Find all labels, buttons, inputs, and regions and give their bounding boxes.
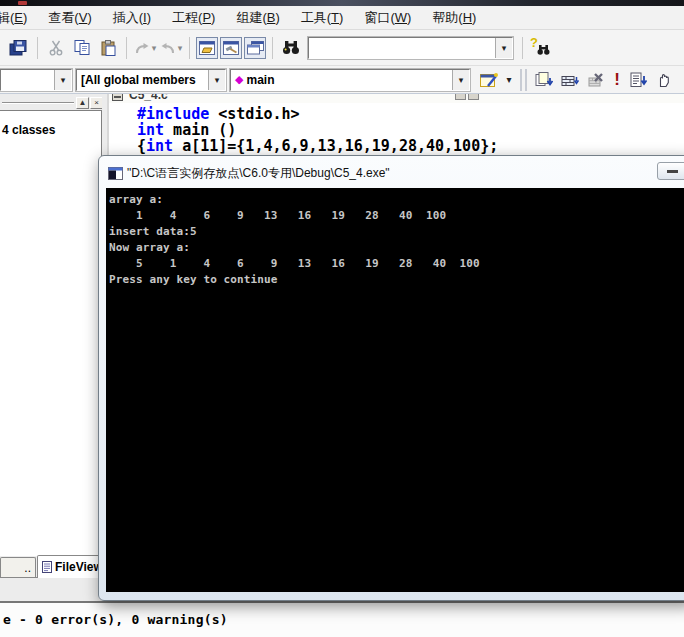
members-combobox[interactable]: [All global members ▾ bbox=[76, 69, 226, 91]
console-line: 1 4 6 9 13 16 19 28 40 100 bbox=[109, 208, 684, 224]
members-combobox-dropdown[interactable]: ▾ bbox=[208, 70, 225, 90]
dock-grip-handle[interactable] bbox=[2, 102, 74, 104]
classview-root-item[interactable]: 4 classes bbox=[2, 123, 55, 137]
function-diamond-icon: ◆ bbox=[235, 73, 243, 86]
workspace-toggle-button[interactable] bbox=[196, 37, 218, 59]
find-combobox-dropdown[interactable]: ▾ bbox=[495, 38, 512, 58]
search-button[interactable]: ? bbox=[528, 36, 554, 60]
editor-maximize-button[interactable] bbox=[468, 94, 479, 100]
redo-button[interactable]: ▾ bbox=[158, 36, 184, 60]
console-output: array a: 1 4 6 9 13 16 19 28 40 100 inse… bbox=[106, 188, 684, 288]
save-all-icon bbox=[9, 40, 29, 56]
output-hammer-icon bbox=[223, 41, 239, 55]
scissors-icon bbox=[49, 40, 63, 56]
copy-button[interactable] bbox=[69, 36, 95, 60]
window-menu-icon[interactable] bbox=[112, 94, 123, 101]
console-line: Now array a: bbox=[109, 240, 684, 256]
class-combobox-dropdown[interactable]: ▾ bbox=[54, 70, 71, 90]
menu-edit[interactable]: 辑(E) bbox=[0, 6, 34, 30]
stop-build-icon bbox=[587, 72, 605, 88]
chevron-down-icon: ▾ bbox=[502, 43, 507, 53]
tab-classview-partial[interactable]: .. bbox=[0, 557, 36, 578]
function-combobox-dropdown[interactable]: ▾ bbox=[452, 70, 469, 90]
console-line: insert data:5 bbox=[109, 224, 684, 240]
editor-caption-clipped[interactable]: C5_4.c bbox=[109, 94, 684, 103]
members-combobox-value: [All global members bbox=[77, 73, 208, 87]
function-combobox-value: main bbox=[246, 73, 452, 87]
undo-button[interactable]: ▾ bbox=[132, 36, 158, 60]
menu-project[interactable]: 工程(P) bbox=[165, 6, 222, 30]
breakpoint-button[interactable] bbox=[651, 68, 677, 92]
paste-icon bbox=[101, 40, 116, 56]
toolbar-separator bbox=[522, 37, 523, 59]
editor-minimize-button[interactable] bbox=[455, 94, 466, 100]
code-line: #include <stdio.h> bbox=[137, 106, 684, 122]
toolbar-separator bbox=[189, 37, 190, 59]
compile-icon bbox=[535, 72, 553, 88]
output-toggle-button[interactable] bbox=[220, 37, 242, 59]
redo-dropdown-arrow[interactable]: ▾ bbox=[178, 43, 183, 53]
console-client-area: array a: 1 4 6 9 13 16 19 28 40 100 inse… bbox=[106, 188, 684, 592]
menu-view[interactable]: 查看(V) bbox=[41, 6, 98, 30]
wizard-build-toolbar: ▾ [All global members ▾ ◆ main ▾ ▾ bbox=[0, 66, 684, 94]
dock-pin-button[interactable]: ▲ bbox=[76, 97, 89, 109]
tab-label: FileView bbox=[55, 560, 103, 574]
menu-window[interactable]: 窗口(W) bbox=[357, 6, 418, 30]
menu-bar: 辑(E) 查看(V) 插入(I) 工程(P) 组建(B) 工具(T) 窗口(W)… bbox=[0, 6, 684, 30]
wizard-actions-button[interactable] bbox=[476, 68, 502, 92]
code-line: int main () bbox=[137, 122, 684, 138]
wizard-dropdown-button[interactable]: ▾ bbox=[502, 68, 516, 92]
console-line: array a: bbox=[109, 192, 684, 208]
redo-icon bbox=[160, 41, 176, 55]
paste-button[interactable] bbox=[95, 36, 121, 60]
function-combobox[interactable]: ◆ main ▾ bbox=[230, 69, 470, 91]
minimize-icon bbox=[667, 170, 678, 173]
menu-build[interactable]: 组建(B) bbox=[229, 6, 286, 30]
execute-button[interactable]: ! bbox=[609, 68, 625, 92]
document-icon bbox=[42, 561, 52, 573]
console-line: 5 1 4 6 9 13 16 19 28 40 100 bbox=[109, 256, 684, 272]
build-button[interactable] bbox=[557, 68, 583, 92]
save-all-button[interactable] bbox=[6, 36, 32, 60]
undo-dropdown-arrow[interactable]: ▾ bbox=[152, 43, 157, 53]
menu-insert[interactable]: 插入(I) bbox=[106, 6, 158, 30]
close-icon: × bbox=[94, 98, 99, 107]
go-button[interactable] bbox=[625, 68, 651, 92]
undo-icon bbox=[134, 41, 150, 55]
toolbar-separator bbox=[37, 37, 38, 59]
toolbar-grip[interactable] bbox=[520, 69, 527, 91]
code-line: {int a[11]={1,4,6,9,13,16,19,28,40,100}; bbox=[137, 138, 684, 154]
minimize-button[interactable] bbox=[657, 162, 684, 180]
menu-help[interactable]: 帮助(H) bbox=[425, 6, 483, 30]
console-title-text: "D:\C语言实例存放点\C6.0专用\Debug\C5_4.exe" bbox=[127, 165, 390, 182]
code-area[interactable]: #include <stdio.h> int main () {int a[11… bbox=[109, 103, 684, 154]
window-list-button[interactable] bbox=[244, 37, 266, 59]
menu-tools[interactable]: 工具(T) bbox=[294, 6, 351, 30]
stop-build-button[interactable] bbox=[583, 68, 609, 92]
triangle-up-icon: ▲ bbox=[79, 98, 87, 107]
titlebar-red-fragment bbox=[18, 1, 27, 5]
console-window[interactable]: "D:\C语言实例存放点\C6.0专用\Debug\C5_4.exe" arra… bbox=[98, 155, 684, 601]
hand-icon bbox=[656, 72, 672, 88]
class-combobox[interactable]: ▾ bbox=[0, 69, 72, 91]
console-titlebar[interactable]: "D:\C语言实例存放点\C6.0专用\Debug\C5_4.exe" bbox=[99, 156, 684, 188]
console-app-icon bbox=[108, 167, 123, 180]
build-output-pane: e - 0 error(s), 0 warning(s) bbox=[0, 601, 684, 637]
source-editor-window[interactable]: C5_4.c #include <stdio.h> int main () {i… bbox=[107, 94, 684, 160]
compile-button[interactable] bbox=[531, 68, 557, 92]
chevron-down-icon: ▾ bbox=[506, 74, 511, 85]
find-in-files-button[interactable] bbox=[278, 36, 304, 60]
workspace-dock-header[interactable]: ▲ × bbox=[0, 96, 102, 110]
console-line: Press any key to continue bbox=[109, 272, 684, 288]
tab-fileview[interactable]: FileView bbox=[37, 555, 103, 578]
cut-button[interactable] bbox=[43, 36, 69, 60]
question-mark-icon: ? bbox=[530, 35, 538, 50]
standard-toolbar: ▾ ▾ bbox=[0, 30, 684, 66]
toolbar-separator bbox=[126, 37, 127, 59]
toolbar-separator bbox=[272, 37, 273, 59]
build-icon bbox=[561, 72, 579, 88]
cascade-windows-icon bbox=[247, 41, 264, 55]
find-combobox[interactable]: ▾ bbox=[308, 37, 513, 59]
chevron-down-icon: ▾ bbox=[459, 75, 464, 85]
workspace-pane: 4 classes bbox=[0, 110, 102, 556]
